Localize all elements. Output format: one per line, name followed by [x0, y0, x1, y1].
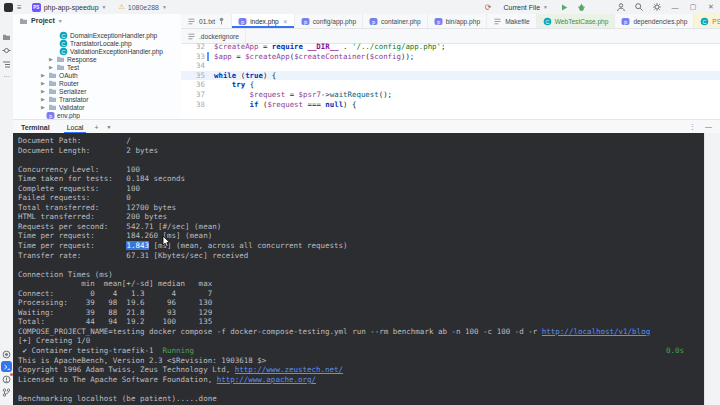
project-tool-icon[interactable]: [1, 31, 12, 42]
tree-item-Serializer[interactable]: ▶Serializer: [41, 87, 86, 95]
tab-label: Makefile: [505, 18, 530, 25]
terminal-line: [+] Creating 1/0: [18, 336, 704, 346]
vcs-branch-widget[interactable]: ⚠ 1080e288 ▼: [115, 1, 171, 13]
settings-gear-icon[interactable]: [652, 2, 662, 12]
hide-panel-icon[interactable]: —: [705, 123, 712, 131]
branch-name: 1080e288: [128, 4, 159, 11]
tab-Makefile[interactable]: Makefile: [487, 14, 537, 28]
tree-item-ValidationExceptionHandler.php[interactable]: CValidationExceptionHandler.php: [59, 47, 163, 55]
terminal-link[interactable]: http://www.apache.org/: [217, 375, 316, 384]
terminal-link[interactable]: http://www.zeustech.net/: [235, 365, 343, 374]
problems-tool-icon[interactable]: [1, 374, 12, 385]
terminal-line: Concurrency Level: 100: [18, 165, 704, 175]
text-file-icon: [187, 32, 196, 41]
chevron-right-icon[interactable]: ▶: [49, 56, 54, 62]
tab-dependencies.php[interactable]: pdependencies.php: [615, 14, 694, 28]
tab-config/app.php[interactable]: pconfig/app.php: [295, 14, 363, 28]
terminal-tab-local[interactable]: Local: [64, 121, 87, 134]
tree-item-TranslatorLocale.php[interactable]: CTranslatorLocale.php: [59, 39, 132, 47]
svg-text:C: C: [545, 18, 549, 24]
close-button[interactable]: ✕: [706, 3, 716, 11]
terminal-text: Waiting: 39 88 21.8 93 129: [18, 308, 212, 317]
code-line-37: 37 $request = $psr7->waitRequest();: [181, 90, 720, 100]
text-file-icon: [493, 17, 502, 26]
structure-tool-icon[interactable]: [1, 59, 12, 70]
tab-PSR7Worker.php[interactable]: CPSR7Worker.php: [694, 14, 720, 28]
tree-item-OAuth[interactable]: ▶OAuth: [41, 71, 78, 79]
terminal-line: Document Path: /: [18, 136, 704, 146]
code-text: [205, 61, 214, 71]
run-configuration-widget[interactable]: Current File ▼: [499, 1, 552, 13]
project-panel: Project ▼ CDomainExceptionHandler.phpCTr…: [13, 14, 182, 119]
terminal-text: Connection Times (ms): [18, 270, 113, 279]
code-line-34: 34: [181, 61, 720, 71]
terminal-text: Failed requests: 0: [18, 193, 131, 202]
tree-item-label: DomainExceptionHandler.php: [70, 32, 157, 39]
tab-container.php[interactable]: pcontainer.php: [363, 14, 428, 28]
terminal-options-icon[interactable]: ⋮: [689, 123, 696, 131]
main-menu-icon[interactable]: ≡: [17, 3, 22, 12]
more-tools-icon[interactable]: ⋯: [1, 71, 12, 82]
terminal-text: [+] Creating 1/0: [18, 336, 90, 345]
terminal-tool-icon[interactable]: [1, 361, 12, 372]
services-tool-icon[interactable]: [1, 349, 12, 360]
chevron-right-icon[interactable]: ▶: [41, 88, 46, 94]
search-icon[interactable]: [634, 2, 644, 12]
svg-text:p: p: [241, 18, 244, 25]
commit-tool-icon[interactable]: [1, 45, 12, 56]
chevron-down-icon: ▼: [162, 4, 167, 10]
project-widget[interactable]: PS php-app-speedup ▼: [28, 1, 111, 13]
svg-text:p: p: [304, 18, 307, 25]
tab-index.php[interactable]: pindex.php✕: [232, 14, 295, 28]
chevron-right-icon[interactable]: ▶: [41, 72, 46, 78]
chevron-right-icon[interactable]: ▶: [49, 64, 54, 70]
tab-.dockerignore[interactable]: .dockerignore: [181, 29, 246, 43]
svg-text:p: p: [624, 18, 627, 25]
tab-01.txt[interactable]: 01.txt: [181, 14, 232, 28]
code-line-33: 33$app = $createApp($createContainer($co…: [181, 52, 720, 62]
git-branch-icon[interactable]: [1, 387, 12, 398]
chevron-right-icon[interactable]: ▶: [41, 80, 46, 86]
maximize-button[interactable]: ▢: [688, 3, 698, 11]
terminal-text: Document Path: /: [18, 136, 131, 145]
folder-icon: [48, 87, 57, 95]
line-number: 32: [181, 42, 205, 52]
chevron-down-icon[interactable]: ▼: [106, 124, 111, 130]
terminal-text: Time taken for tests: 0.184 seconds: [18, 174, 185, 183]
terminal-scrollbar-area[interactable]: [704, 133, 720, 405]
terminal-link[interactable]: http://localhost/v1/blog: [542, 327, 650, 336]
close-tab-icon[interactable]: ✕: [283, 18, 288, 25]
terminal-output[interactable]: Document Path: /Document Length: 2 bytes…: [13, 133, 704, 405]
terminal-line: Total: 44 94 19.2 100 135: [18, 317, 704, 327]
chevron-down-icon: ▼: [102, 4, 107, 10]
code-line-36: 36 try {: [181, 80, 720, 90]
terminal-text: Transfer rate: 67.31 [Kbytes/sec] receiv…: [18, 251, 248, 260]
tab-WebTestCase.php[interactable]: CWebTestCase.php: [537, 14, 616, 28]
tab-bin/app.php[interactable]: pbin/app.php: [428, 14, 487, 28]
folder-icon: [48, 71, 57, 79]
reload-icon[interactable]: ⟳: [485, 3, 492, 12]
tree-item-Response[interactable]: ▶Response: [49, 55, 97, 63]
chevron-down-icon: ▼: [543, 4, 548, 10]
new-terminal-session-button[interactable]: +: [94, 124, 98, 131]
tree-item-Translator[interactable]: ▶Translator: [41, 95, 88, 103]
tab-label: container.php: [381, 18, 421, 25]
tree-item-DomainExceptionHandler.php[interactable]: CDomainExceptionHandler.php: [59, 31, 157, 39]
tree-item-Router[interactable]: ▶Router: [41, 79, 79, 87]
run-button[interactable]: [560, 3, 569, 12]
project-panel-header[interactable]: Project ▼: [13, 14, 181, 27]
minimize-button[interactable]: —: [670, 4, 680, 11]
terminal-header: Terminal Local + ▼ ⋮ —: [13, 119, 720, 134]
line-number: 33: [181, 52, 205, 62]
tree-item-Test[interactable]: ▶Test: [49, 63, 79, 71]
chevron-right-icon[interactable]: ▶: [41, 96, 46, 102]
terminal-line: HTML transferred: 200 bytes: [18, 212, 704, 222]
terminal-line: COMPOSE_PROJECT_NAME=testing docker comp…: [18, 327, 704, 337]
debug-button[interactable]: [577, 3, 586, 12]
code-editor[interactable]: 32$createApp = require __DIR__ . '/../co…: [181, 42, 720, 119]
chevron-right-icon[interactable]: ▶: [41, 104, 46, 110]
terminal-line: Copyright 1996 Adam Twiss, Zeus Technolo…: [18, 365, 704, 375]
project-panel-title: Project: [31, 17, 55, 24]
account-icon[interactable]: [616, 2, 626, 12]
php-file-icon: p: [238, 17, 247, 26]
